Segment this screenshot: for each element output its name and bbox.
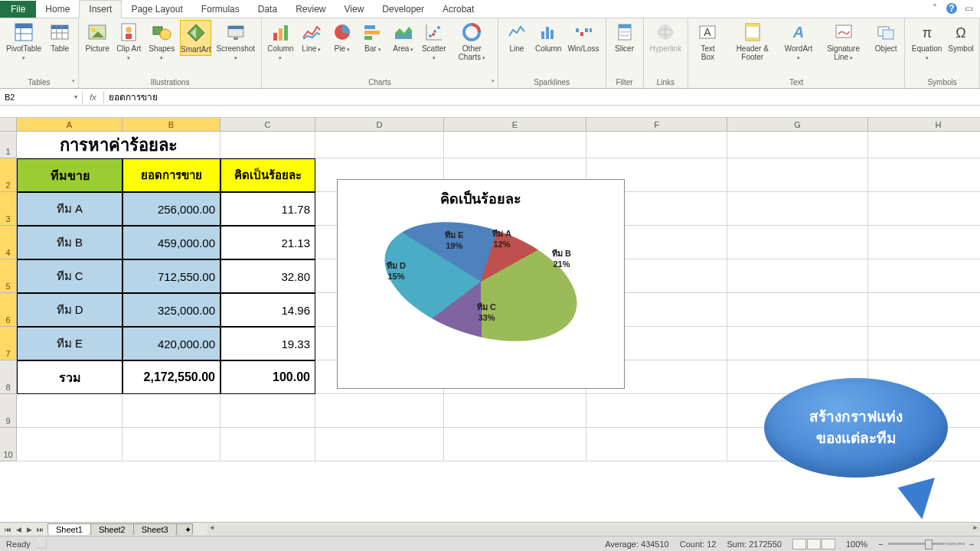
name-box[interactable]: B2 <box>0 91 83 103</box>
row-header-10[interactable]: 10 <box>0 428 17 461</box>
col-header-h[interactable]: H <box>868 118 980 132</box>
fx-icon[interactable]: fx <box>83 91 104 103</box>
cell[interactable] <box>220 394 315 428</box>
cell-sales[interactable]: 712,550.00 <box>122 259 220 293</box>
cell[interactable] <box>868 192 980 226</box>
cell[interactable] <box>727 132 868 158</box>
col-header-b[interactable]: B <box>122 118 220 132</box>
table-button[interactable]: Table <box>46 20 74 54</box>
cell[interactable] <box>315 428 444 461</box>
cell[interactable] <box>868 226 980 259</box>
cell[interactable] <box>220 428 315 461</box>
cell-pct[interactable]: 19.33 <box>220 327 315 360</box>
col-header-g[interactable]: G <box>727 118 868 132</box>
cell[interactable] <box>727 226 868 259</box>
cell[interactable] <box>727 158 868 192</box>
pivottable-button[interactable]: PivotTable <box>5 20 43 63</box>
object-button[interactable]: Object <box>872 20 900 54</box>
sparkline-line-button[interactable]: Line <box>503 20 531 54</box>
formula-bar[interactable]: ยอดการขาย <box>104 88 980 106</box>
smartart-button[interactable]: SmartArt <box>180 20 211 56</box>
sheet-tab-1[interactable]: Sheet1 <box>47 523 91 535</box>
tab-page-layout[interactable]: Page Layout <box>122 1 191 18</box>
textbox-button[interactable]: AText Box <box>693 20 722 63</box>
tab-acrobat[interactable]: Acrobat <box>433 1 483 18</box>
macro-record-icon[interactable]: ⬜ <box>37 539 47 549</box>
cell[interactable] <box>315 132 444 158</box>
new-sheet-button[interactable]: ✦ <box>176 523 193 536</box>
cell[interactable] <box>586 132 727 158</box>
cell-pct[interactable]: 32.80 <box>220 259 315 293</box>
col-header-f[interactable]: F <box>586 118 727 132</box>
cell[interactable] <box>868 158 980 192</box>
chart-area-button[interactable]: Area <box>390 20 417 54</box>
cell[interactable] <box>727 293 868 327</box>
cell-sales[interactable]: 325,000.00 <box>122 293 220 327</box>
sparkline-winloss-button[interactable]: Win/Loss <box>566 20 600 54</box>
cell-sales[interactable]: 256,000.00 <box>122 192 220 226</box>
equation-button[interactable]: πEquation <box>910 20 944 63</box>
screenshot-button[interactable]: Screenshot <box>214 20 256 63</box>
help-icon[interactable]: ? <box>946 3 957 14</box>
cell-pct[interactable]: 14.96 <box>220 293 315 327</box>
cell[interactable] <box>868 132 980 158</box>
col-header-a[interactable]: A <box>17 118 122 132</box>
cell-sales[interactable]: 420,000.00 <box>122 327 220 360</box>
cell-pct[interactable]: 11.78 <box>220 192 315 226</box>
cell-team[interactable]: ทีม A <box>17 192 122 226</box>
slicer-button[interactable]: Slicer <box>611 20 639 54</box>
cell[interactable] <box>315 394 444 428</box>
chart-pie-button[interactable]: Pie <box>328 20 356 54</box>
chart-scatter-button[interactable]: Scatter <box>420 20 448 63</box>
sparkline-column-button[interactable]: Column <box>534 20 563 54</box>
cell[interactable] <box>727 327 868 360</box>
cell[interactable] <box>727 192 868 226</box>
cell-pct[interactable]: 21.13 <box>220 226 315 259</box>
row-header-3[interactable]: 3 <box>0 192 17 226</box>
cell-team[interactable]: ทีม E <box>17 327 122 360</box>
tab-view[interactable]: View <box>335 1 374 18</box>
cell[interactable] <box>586 428 727 461</box>
chart-bar-button[interactable]: Bar <box>359 20 387 54</box>
row-header-4[interactable]: 4 <box>0 226 17 259</box>
chart-other-button[interactable]: Other Charts <box>451 20 493 63</box>
chart-column-button[interactable]: Column <box>266 20 295 63</box>
tab-insert[interactable]: Insert <box>79 0 122 18</box>
row-header-7[interactable]: 7 <box>0 327 17 360</box>
cell[interactable] <box>122 394 220 428</box>
cell[interactable] <box>868 259 980 293</box>
cell[interactable] <box>17 428 122 461</box>
row-header-8[interactable]: 8 <box>0 360 17 394</box>
cell-sales[interactable]: 459,000.00 <box>122 226 220 259</box>
row-header-2[interactable]: 2 <box>0 158 17 192</box>
status-zoom[interactable]: 100% <box>846 540 867 549</box>
row-header-9[interactable]: 9 <box>0 394 17 428</box>
cell-total-pct[interactable]: 100.00 <box>220 360 315 394</box>
cell-team[interactable]: ทีม C <box>17 259 122 293</box>
row-header-1[interactable]: 1 <box>0 132 17 158</box>
tab-formulas[interactable]: Formulas <box>192 1 249 18</box>
pie-chart[interactable]: คิดเป็นร้อยละ ทีม A 12% ทีม B 21% ทีม C … <box>337 179 625 389</box>
cell[interactable] <box>868 293 980 327</box>
file-tab[interactable]: File <box>0 1 36 18</box>
wordart-button[interactable]: AWordArt <box>782 20 815 63</box>
signature-button[interactable]: Signature Line <box>818 20 869 63</box>
tab-data[interactable]: Data <box>249 1 286 18</box>
row-header-5[interactable]: 5 <box>0 259 17 293</box>
cell-title[interactable]: การหาค่าร้อยละ <box>17 132 220 158</box>
view-pagebreak-icon[interactable] <box>822 539 835 549</box>
sheet-nav-last-icon[interactable]: ⏭ <box>35 526 44 533</box>
cell[interactable] <box>444 394 586 428</box>
headerfooter-button[interactable]: Header & Footer <box>726 20 779 63</box>
cell[interactable] <box>122 428 220 461</box>
view-normal-icon[interactable] <box>792 539 806 549</box>
callout-shape[interactable]: สร้างกราฟแท่ง ของแต่ละทีม <box>764 378 963 508</box>
cell[interactable] <box>444 428 586 461</box>
cell-header-team[interactable]: ทีมขาย <box>17 158 122 192</box>
cell-team[interactable]: ทีม B <box>17 226 122 259</box>
sheet-tab-3[interactable]: Sheet3 <box>133 523 177 535</box>
col-header-c[interactable]: C <box>220 118 315 132</box>
select-all-corner[interactable] <box>0 118 17 132</box>
horizontal-scrollbar[interactable] <box>207 524 980 535</box>
cell-team[interactable]: ทีม D <box>17 293 122 327</box>
